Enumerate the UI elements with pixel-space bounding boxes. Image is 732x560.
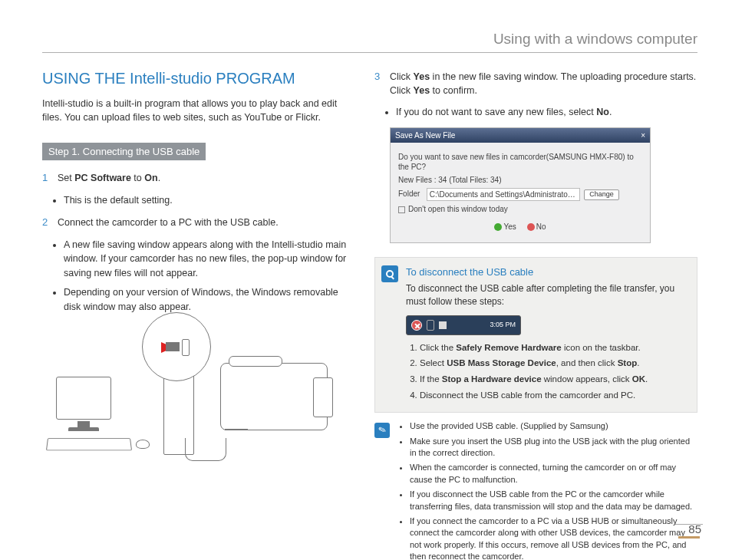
dialog-folder-path: C:\Documents and Settings\Administrator\… xyxy=(427,188,580,201)
text: , and then click xyxy=(556,358,618,367)
text: If the xyxy=(420,374,442,384)
safely-remove-hardware-icon xyxy=(411,320,422,331)
left-column: USING THE Intelli-studio PROGRAM Intelli… xyxy=(42,70,353,560)
usb-port-icon xyxy=(182,339,190,356)
volume-icon xyxy=(439,321,447,329)
page-number-underline xyxy=(678,536,700,539)
notes-list: Use the provided USB cable. (Supplied by… xyxy=(410,420,697,560)
mouse-icon xyxy=(136,440,150,449)
disconnect-info-box: To disconnect the USB cable To disconnec… xyxy=(374,257,697,413)
change-button: Change xyxy=(584,189,619,200)
step-2-sublist: A new file saving window appears along w… xyxy=(64,238,353,315)
checkbox-icon xyxy=(398,206,405,213)
dialog-folder-row: Folder C:\Documents and Settings\Adminis… xyxy=(398,188,642,201)
text: . xyxy=(609,107,612,117)
step-1-text: Set PC Software to On. xyxy=(58,171,160,186)
camcorder-lens-icon xyxy=(313,377,333,417)
list-item: If you disconnect the USB cable from the… xyxy=(410,489,697,512)
step-3-sublist: If you do not want to save any new files… xyxy=(396,105,697,120)
camcorder-handle-icon xyxy=(229,356,282,367)
list-item: A new file saving window appears along w… xyxy=(64,238,353,281)
cancel-icon xyxy=(527,223,535,231)
step-heading: Step 1. Connecting the USB cable xyxy=(42,143,206,160)
dialog-checkbox-row: Don't open this window today xyxy=(398,204,642,214)
list-item: This is the default setting. xyxy=(64,193,353,208)
taskbar-screenshot: 3:05 PM xyxy=(406,315,521,335)
step-3-text: Click Yes in the new file saving window.… xyxy=(390,70,697,97)
text: . xyxy=(637,358,639,367)
list-item: If the Stop a Hardware device window app… xyxy=(420,373,687,386)
list-item: Click the Safely Remove Hardware icon on… xyxy=(420,341,687,354)
camcorder-icon xyxy=(220,363,328,430)
text: Select xyxy=(420,358,447,367)
text: window appears, click xyxy=(542,374,632,384)
monitor-icon xyxy=(56,377,111,420)
dialog-body: Do you want to save new files in camcord… xyxy=(391,143,650,242)
list-item: Select USB Mass Storage Device, and then… xyxy=(420,357,687,370)
content-columns: USING THE Intelli-studio PROGRAM Intelli… xyxy=(42,70,697,560)
list-item: Make sure you insert the USB plug into t… xyxy=(410,436,697,460)
note-pencil-icon: ✎ xyxy=(374,423,390,438)
magnifier-icon xyxy=(381,265,398,282)
close-icon: × xyxy=(641,130,645,140)
text-bold: PC Software xyxy=(74,173,131,183)
monitor-base-icon xyxy=(68,427,99,431)
usb-zoom-circle-icon xyxy=(142,312,211,381)
text: icon on the taskbar. xyxy=(562,343,641,352)
disconnect-intro: To disconnect the USB cable after comple… xyxy=(406,282,687,309)
list-item: Disconnect the USB cable from the camcor… xyxy=(420,389,687,402)
text: to xyxy=(131,173,144,183)
usb-cable-icon xyxy=(225,429,248,430)
keyboard-icon xyxy=(46,438,132,450)
dialog-checkbox-label: Don't open this window today xyxy=(408,205,508,213)
main-heading: USING THE Intelli-studio PROGRAM xyxy=(42,70,353,87)
dialog-title: Save As New File xyxy=(395,130,455,140)
text-bold: USB Mass Storage Device xyxy=(447,358,556,367)
list-item: If you do not want to save any new files… xyxy=(396,105,697,120)
monitor-stand-icon xyxy=(77,421,90,427)
dialog-titlebar: Save As New File × xyxy=(391,128,650,143)
text-bold: Yes xyxy=(414,71,430,82)
text: Click the xyxy=(420,343,456,352)
usb-plug-icon xyxy=(166,342,180,351)
list-item: Use the provided USB cable. (Supplied by… xyxy=(410,420,697,432)
dialog-question: Do you want to save new files in camcord… xyxy=(398,152,642,172)
check-icon xyxy=(494,223,502,231)
step-3: 3 Click Yes in the new file saving windo… xyxy=(374,70,697,97)
list-item: If you connect the camcorder to a PC via… xyxy=(410,516,697,560)
dialog-folder-label: Folder xyxy=(398,189,420,198)
disconnect-title: To disconnect the USB cable xyxy=(406,265,687,280)
text-bold: On xyxy=(144,173,157,183)
text-bold: Stop a Hardware device xyxy=(442,374,542,384)
yes-button: Yes xyxy=(503,222,516,231)
text-bold: Safely Remove Hardware xyxy=(456,343,561,352)
text: Set xyxy=(58,173,74,183)
text: . xyxy=(645,374,648,384)
text: Click xyxy=(390,71,414,82)
step-1: 1 Set PC Software to On. xyxy=(42,171,353,186)
text-bold: Stop xyxy=(618,358,638,367)
list-item: When the camcorder is connected, turning… xyxy=(410,462,697,486)
tray-icon xyxy=(427,320,434,331)
step-number: 3 xyxy=(374,70,384,97)
step-1-sublist: This is the default setting. xyxy=(64,193,353,208)
text: If you do not want to save any new files… xyxy=(396,107,596,117)
notes-section: ✎ Use the provided USB cable. (Supplied … xyxy=(374,420,697,560)
text-bold: OK xyxy=(632,374,645,384)
dialog-newfiles: New Files : 34 (Total Files: 34) xyxy=(398,175,642,185)
text-bold: No xyxy=(596,107,609,117)
list-item: Depending on your version of Windows, th… xyxy=(64,285,353,315)
text: to confirm. xyxy=(430,85,477,96)
usb-cable-icon xyxy=(185,438,226,461)
step-number: 1 xyxy=(42,171,51,186)
page-header: Using with a windows computer xyxy=(42,31,697,53)
intro-paragraph: Intelli-studio is a built-in program tha… xyxy=(42,97,353,124)
disconnect-steps: Click the Safely Remove Hardware icon on… xyxy=(420,341,687,402)
save-dialog-screenshot: Save As New File × Do you want to save n… xyxy=(390,127,651,243)
step-2: 2 Connect the camcorder to a PC with the… xyxy=(42,216,353,230)
no-button: No xyxy=(536,222,546,231)
dialog-actions: Yes No xyxy=(398,217,642,236)
step-number: 2 xyxy=(42,216,51,230)
right-column: 3 Click Yes in the new file saving windo… xyxy=(374,70,697,560)
taskbar-time: 3:05 PM xyxy=(490,320,516,330)
